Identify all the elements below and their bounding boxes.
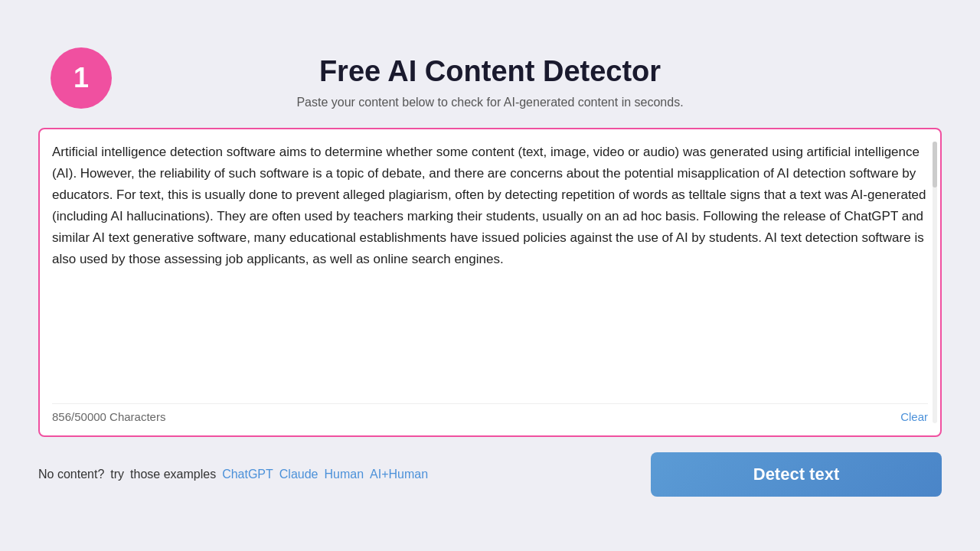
- those-examples-text: those examples: [130, 468, 216, 481]
- examples-section: No content? try those examples ChatGPT C…: [38, 468, 428, 481]
- try-text: try: [110, 468, 124, 481]
- example-link-ai-human[interactable]: AI+Human: [370, 468, 428, 481]
- example-link-chatgpt[interactable]: ChatGPT: [222, 468, 273, 481]
- step-badge: 1: [51, 47, 112, 109]
- scrollbar-thumb[interactable]: [933, 142, 937, 187]
- page-subtitle: Paste your content below to check for AI…: [296, 96, 683, 109]
- example-link-claude[interactable]: Claude: [279, 468, 318, 481]
- char-count: 856/50000 Characters: [52, 410, 165, 423]
- textarea-container: 856/50000 Characters Clear: [38, 128, 942, 437]
- header-section: 1 Free AI Content Detector Paste your co…: [38, 55, 942, 109]
- page-container: 1 Free AI Content Detector Paste your co…: [38, 55, 942, 497]
- page-title: Free AI Content Detector: [319, 55, 661, 88]
- detect-text-button[interactable]: Detect text: [651, 452, 942, 497]
- content-input[interactable]: [52, 142, 928, 394]
- textarea-footer: 856/50000 Characters Clear: [52, 403, 928, 423]
- clear-button[interactable]: Clear: [900, 410, 928, 423]
- no-content-text: No content?: [38, 468, 104, 481]
- step-number: 1: [74, 62, 89, 94]
- bottom-bar: No content? try those examples ChatGPT C…: [38, 452, 942, 497]
- example-link-human[interactable]: Human: [325, 468, 364, 481]
- scrollbar-track[interactable]: [933, 142, 937, 423]
